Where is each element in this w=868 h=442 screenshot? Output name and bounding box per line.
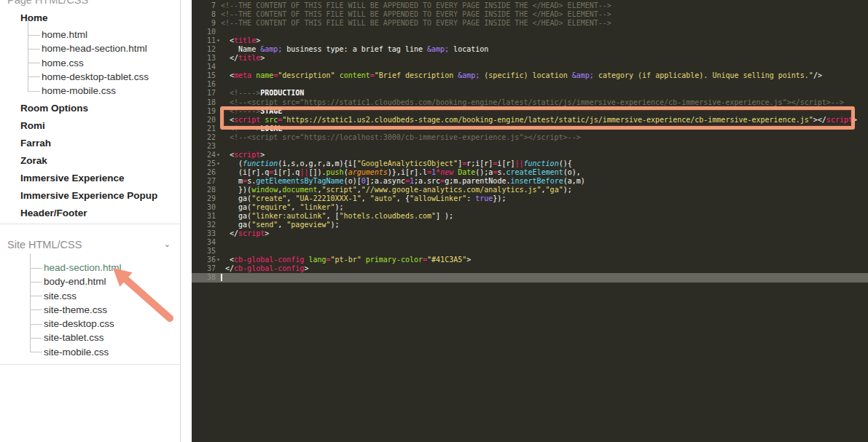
file-item-site-desktop-css[interactable]: site-desktop.css bbox=[44, 317, 122, 331]
sidebar-divider-top bbox=[0, 224, 180, 224]
line-number: 27 bbox=[192, 177, 216, 186]
line-number: 37 bbox=[192, 264, 216, 273]
code-line-32[interactable]: 32 ga("send", "pageview"); bbox=[192, 221, 868, 229]
sidebar-section-farrah[interactable]: Farrah bbox=[20, 138, 176, 149]
line-number: 15 bbox=[192, 71, 216, 80]
code-line-13[interactable]: 13 </title> bbox=[192, 54, 868, 63]
line-number: 26 bbox=[192, 168, 216, 177]
code-text: <!--THE CONTENT OF THIS FILE WILL BE APP… bbox=[221, 10, 611, 19]
sidebar-section-romi[interactable]: Romi bbox=[20, 121, 176, 131]
fold-arrow-icon[interactable]: ▾ bbox=[216, 151, 221, 159]
line-number: 22 bbox=[192, 133, 216, 142]
line-number: 23 bbox=[192, 142, 216, 151]
code-line-30[interactable]: 30 ga("require", "linker"); bbox=[192, 203, 868, 212]
fold-spacer bbox=[216, 273, 221, 282]
code-text: (function(i,s,o,g,r,a,m){i["GoogleAnalyt… bbox=[221, 159, 572, 168]
code-text: </cb-global-config> bbox=[221, 264, 308, 273]
fold-arrow-icon[interactable]: ▾ bbox=[216, 159, 221, 168]
code-line-38[interactable]: 38 bbox=[192, 273, 868, 282]
fold-spacer bbox=[216, 168, 221, 177]
line-number: 10 bbox=[192, 28, 216, 36]
fold-spacer bbox=[216, 45, 221, 54]
fold-spacer bbox=[216, 212, 221, 221]
file-tree-home: home.htmlhome-head-section.htmlhome.cssh… bbox=[20, 28, 176, 98]
file-item-site-tablet-css[interactable]: site-tablet.css bbox=[44, 331, 122, 344]
code-line-17[interactable]: 17 <!---->PRODUCTION bbox=[192, 89, 868, 98]
code-line-34[interactable]: 34 bbox=[192, 238, 868, 247]
code-line-21[interactable]: 21 <!---->LOCAL bbox=[192, 125, 868, 133]
chevron-down-icon[interactable]: ⌄ bbox=[164, 240, 171, 248]
code-text: <!--<script src="https://localhost:3000/… bbox=[221, 133, 581, 142]
line-number: 16 bbox=[192, 80, 216, 89]
code-text: ga("linker:autoLink", ["hotels.cloudbeds… bbox=[221, 212, 453, 221]
site-html-css-header[interactable]: Site HTML/CSS bbox=[7, 239, 173, 250]
fold-spacer bbox=[216, 98, 221, 107]
line-number: 24 bbox=[192, 151, 216, 159]
code-text: </script> bbox=[221, 229, 269, 238]
sidebar-section-immersive-experience[interactable]: Immersive Experience bbox=[20, 173, 176, 183]
file-item-site-theme-css[interactable]: site-theme.css bbox=[44, 303, 122, 317]
code-line-37[interactable]: 37 </cb-global-config> bbox=[192, 264, 868, 273]
code-line-11[interactable]: 11▾ <title> bbox=[192, 36, 868, 45]
code-line-31[interactable]: 31 ga("linker:autoLink", ["hotels.cloudb… bbox=[192, 212, 868, 221]
file-item-home-html[interactable]: home.html bbox=[42, 28, 176, 42]
code-line-29[interactable]: 29 ga("create", "UA-22210XXX-1", "auto",… bbox=[192, 194, 868, 203]
code-line-27[interactable]: 27 m=s.getElementsByTagName(o)[0];a.asyn… bbox=[192, 177, 868, 186]
file-item-home-css[interactable]: home.css bbox=[42, 56, 176, 70]
sidebar-section-room-options[interactable]: Room Options bbox=[20, 103, 176, 114]
fold-arrow-icon[interactable]: ▾ bbox=[216, 36, 221, 45]
code-line-18[interactable]: 18 <!--<script src="https://static1.clou… bbox=[192, 98, 868, 107]
code-line-8[interactable]: 8<!--THE CONTENT OF THIS FILE WILL BE AP… bbox=[192, 10, 868, 19]
code-line-23[interactable]: 23 bbox=[192, 142, 868, 151]
code-line-36[interactable]: 36▾ <cb-global-config lang="pt-br" prima… bbox=[192, 256, 868, 264]
line-number: 19 bbox=[192, 107, 216, 116]
code-line-12[interactable]: 12 Name &amp; business type: a brief tag… bbox=[192, 45, 868, 54]
code-line-14[interactable]: 14 bbox=[192, 63, 868, 71]
code-line-7[interactable]: 7<!--THE CONTENT OF THIS FILE WILL BE AP… bbox=[192, 1, 868, 10]
line-number: 29 bbox=[192, 194, 216, 203]
file-item-home-mobile-css[interactable]: home-mobile.css bbox=[42, 84, 176, 98]
line-number: 28 bbox=[192, 186, 216, 194]
code-line-24[interactable]: 24▾ <script> bbox=[192, 151, 868, 159]
line-number: 9 bbox=[192, 19, 216, 28]
file-item-site-css[interactable]: site.css bbox=[44, 289, 122, 303]
line-number: 21 bbox=[192, 125, 216, 133]
line-number: 36 bbox=[192, 256, 216, 264]
code-line-20[interactable]: 20 <script src="https://static1.us2.clou… bbox=[192, 116, 868, 125]
fold-spacer bbox=[216, 247, 221, 256]
code-line-35[interactable]: 35 bbox=[192, 247, 868, 256]
code-text: (i[r].q=i[r].q||[]).push(arguments)},i[r… bbox=[221, 168, 581, 177]
line-number: 14 bbox=[192, 63, 216, 71]
code-line-10[interactable]: 10 bbox=[192, 28, 868, 36]
file-item-home-desktop-tablet-css[interactable]: home-desktop-tablet.css bbox=[42, 70, 176, 84]
code-line-16[interactable]: 16 bbox=[192, 80, 868, 89]
code-line-19[interactable]: 19 <!---->STAGE bbox=[192, 107, 868, 116]
sidebar-section-immersive-experience-popup[interactable]: Immersive Experience Popup bbox=[20, 191, 176, 201]
line-number: 31 bbox=[192, 212, 216, 221]
code-line-25[interactable]: 25▾ (function(i,s,o,g,r,a,m){i["GoogleAn… bbox=[192, 159, 868, 168]
fold-spacer bbox=[216, 264, 221, 273]
fold-spacer bbox=[216, 63, 221, 71]
file-item-home-head-section-html[interactable]: home-head-section.html bbox=[42, 42, 176, 55]
code-line-15[interactable]: 15 <meta name="description" content="Bri… bbox=[192, 71, 868, 80]
file-item-head-section-html[interactable]: head-section.html bbox=[44, 261, 122, 275]
file-item-body-end-html[interactable]: body-end.html bbox=[44, 275, 122, 288]
fold-spacer bbox=[216, 80, 221, 89]
code-line-9[interactable]: 9<!--THE CONTENT OF THIS FILE WILL BE AP… bbox=[192, 19, 868, 28]
sidebar-section-header-footer[interactable]: Header/Footer bbox=[20, 208, 176, 218]
code-text: ga("create", "UA-22210XXX-1", "auto", {"… bbox=[221, 194, 506, 203]
fold-spacer bbox=[216, 10, 221, 19]
line-number: 13 bbox=[192, 54, 216, 63]
code-line-22[interactable]: 22 <!--<script src="https://localhost:30… bbox=[192, 133, 868, 142]
line-number: 33 bbox=[192, 229, 216, 238]
code-editor[interactable]: 7<!--THE CONTENT OF THIS FILE WILL BE AP… bbox=[192, 0, 868, 442]
text-cursor bbox=[221, 274, 222, 282]
fold-arrow-icon[interactable]: ▾ bbox=[216, 256, 221, 264]
sidebar-section-zorak[interactable]: Zorak bbox=[20, 156, 176, 166]
sidebar-section-home[interactable]: Home bbox=[20, 13, 176, 23]
code-line-33[interactable]: 33 </script> bbox=[192, 229, 868, 238]
page-sections: Homehome.htmlhome-head-section.htmlhome.… bbox=[20, 13, 176, 226]
file-item-site-mobile-css[interactable]: site-mobile.css bbox=[44, 345, 122, 359]
code-line-28[interactable]: 28 })(window,document,"script","//www.go… bbox=[192, 186, 868, 194]
code-line-26[interactable]: 26 (i[r].q=i[r].q||[]).push(arguments)},… bbox=[192, 168, 868, 177]
